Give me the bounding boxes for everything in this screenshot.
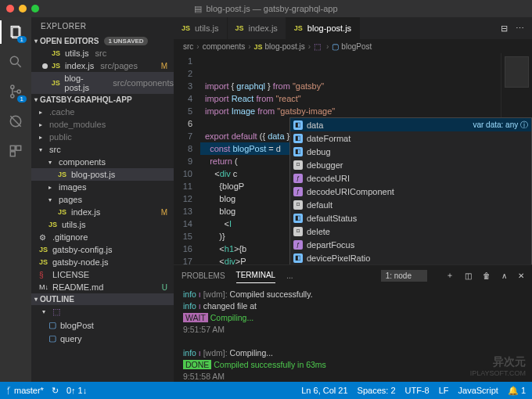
outline-item[interactable]: ▢ blogPost: [31, 318, 174, 332]
suggest-item[interactable]: ◧debug: [290, 145, 531, 158]
js-icon: JS: [294, 24, 304, 32]
gutter: 1234567891011121314151617181920: [174, 53, 200, 264]
breadcrumb-item[interactable]: src: [183, 42, 193, 51]
suggest-item[interactable]: ◧datavar data: any ⓘ: [290, 118, 531, 131]
suggest-widget[interactable]: ◧datavar data: any ⓘ◧dateFormat◧debug⌑de…: [289, 117, 532, 264]
suggest-item[interactable]: ◧devicePixelRatio: [290, 251, 531, 264]
suggest-item[interactable]: ƒdecodeURI: [290, 171, 531, 185]
editor-tabs: JSutils.jsJSindex.jsJSblog-post.js ⊟ ⋯: [174, 17, 532, 39]
suggest-kind-icon: ◧: [293, 147, 303, 156]
breadcrumb-item[interactable]: components: [203, 42, 245, 51]
editor[interactable]: 1234567891011121314151617181920 import {…: [174, 53, 532, 264]
folder-item[interactable]: ▸public: [31, 131, 174, 143]
chevron-down-icon: ▾: [34, 38, 38, 45]
breadcrumb-item[interactable]: ▢blogPost: [332, 42, 372, 51]
file-item[interactable]: ⚙.gitignore: [31, 231, 174, 243]
git-branch[interactable]: ᚶ master*: [6, 386, 44, 395]
kill-terminal-icon[interactable]: 🗑: [483, 271, 491, 280]
open-editor-item[interactable]: JSblog-post.jssrc/components: [31, 72, 174, 94]
file-item[interactable]: M↓README.mdU: [31, 281, 174, 293]
file-item[interactable]: JSgatsby-node.js: [31, 256, 174, 268]
debug-view-icon[interactable]: [7, 113, 24, 130]
cursor-position[interactable]: Ln 6, Col 21: [301, 386, 347, 396]
suggest-kind-icon: ⌑: [293, 227, 303, 236]
js-icon: JS: [39, 246, 49, 253]
explorer-view-icon[interactable]: 1: [7, 23, 24, 41]
suggest-kind-icon: ◧: [293, 253, 303, 263]
outline-item[interactable]: ▢ query: [31, 332, 174, 345]
close-dot[interactable]: [6, 5, 14, 13]
minimize-dot[interactable]: [19, 5, 27, 13]
folder-item[interactable]: ▸node_modules: [31, 118, 174, 131]
sync-icon[interactable]: ↻: [52, 386, 59, 396]
editor-tab[interactable]: JSblog-post.js: [286, 17, 360, 39]
suggest-item[interactable]: ⌑debugger: [290, 158, 531, 171]
maximize-panel-icon[interactable]: ∧: [501, 271, 507, 280]
chevron-right-icon: ›: [248, 42, 250, 51]
file-item[interactable]: JSutils.js: [31, 218, 174, 231]
suggest-item[interactable]: ƒdepartFocus: [290, 238, 531, 251]
eol[interactable]: LF: [439, 386, 449, 396]
file-item[interactable]: JSindex.jsM: [31, 206, 174, 218]
file-item[interactable]: JSblog-post.js: [31, 168, 174, 181]
panel-tab-terminal[interactable]: TERMINAL: [236, 268, 276, 283]
chevron-right-icon: ▸: [39, 109, 45, 116]
code-area[interactable]: import { graphql } from "gatsby"import R…: [200, 53, 501, 264]
problems-status[interactable]: 0↑ 1↓: [66, 386, 87, 395]
panel-tab-more[interactable]: ...: [286, 268, 293, 283]
open-editors-section[interactable]: ▾ OPEN EDITORS 1 UNSAVED: [31, 35, 174, 47]
chevron-right-icon: ›: [308, 42, 311, 51]
folder-item[interactable]: ▾components: [31, 156, 174, 168]
extensions-view-icon[interactable]: [7, 142, 24, 160]
open-editor-item[interactable]: JSutils.jssrc: [31, 47, 174, 59]
zoom-dot[interactable]: [31, 5, 39, 13]
more-icon[interactable]: ⋯: [516, 23, 524, 34]
suggest-kind-icon: ƒ: [293, 187, 303, 196]
folder-item[interactable]: ▸images: [31, 181, 174, 193]
suggest-kind-icon: ⌑: [293, 200, 303, 210]
new-terminal-icon[interactable]: ＋: [446, 270, 454, 281]
close-panel-icon[interactable]: ✕: [518, 271, 524, 280]
watermark: 异次元 IPLAYSOFT.COM: [470, 355, 526, 377]
folder-item[interactable]: ▾pages: [31, 193, 174, 206]
outline-item[interactable]: ▾⬚: [31, 305, 174, 318]
js-icon: JS: [52, 49, 61, 57]
suggest-item[interactable]: ⌑default: [290, 198, 531, 211]
suggest-item[interactable]: ⌑delete: [290, 225, 531, 238]
open-editor-item[interactable]: JSindex.jssrc/pagesM: [31, 59, 174, 72]
split-terminal-icon[interactable]: ◫: [465, 271, 472, 280]
suggest-item[interactable]: ◧defaultStatus: [290, 211, 531, 225]
notifications-icon[interactable]: 🔔 1: [508, 386, 526, 396]
editor-tab[interactable]: JSindex.js: [228, 17, 286, 39]
suggest-item[interactable]: ◧dateFormat: [290, 131, 531, 145]
folder-item[interactable]: ▸.cache: [31, 106, 174, 118]
search-view-icon[interactable]: [7, 53, 24, 70]
breadcrumb-item[interactable]: ⬚: [314, 42, 323, 51]
chevron-right-icon: ›: [196, 42, 199, 51]
encoding[interactable]: UTF-8: [405, 386, 430, 396]
panel-tab-problems[interactable]: PROBLEMS: [182, 268, 225, 283]
compare-icon[interactable]: ⊟: [501, 23, 508, 34]
file-item[interactable]: JSgatsby-config.js: [31, 243, 174, 256]
suggest-kind-icon: ⌑: [293, 160, 303, 170]
js-icon: JS: [182, 24, 191, 32]
breadcrumb-item[interactable]: JSblog-post.js: [254, 42, 305, 51]
js-icon: JS: [39, 258, 49, 266]
outline-section[interactable]: ▾ OUTLINE: [31, 293, 174, 305]
folder-item[interactable]: ▾src: [31, 143, 174, 156]
indentation[interactable]: Spaces: 2: [358, 386, 396, 396]
activity-bar: 1 1: [0, 17, 31, 382]
editor-tab[interactable]: JSutils.js: [174, 17, 228, 39]
sidebar-title: EXPLORER: [31, 17, 174, 35]
breadcrumbs[interactable]: src›components›JSblog-post.js›⬚›▢blogPos…: [174, 39, 532, 53]
file-item[interactable]: §LICENSE: [31, 268, 174, 281]
project-section[interactable]: ▾ GATSBY-GRAPHQL-APP: [31, 94, 174, 106]
chevron-right-icon: ▸: [49, 184, 55, 191]
scm-view-icon[interactable]: 1: [7, 83, 24, 100]
suggest-item[interactable]: ƒdecodeURIComponent: [290, 185, 531, 198]
language-mode[interactable]: JavaScript: [458, 386, 498, 396]
svg-point-5: [11, 95, 14, 98]
terminal-selector[interactable]: 1: node: [381, 270, 427, 282]
svg-point-2: [10, 56, 18, 64]
md-icon: M↓: [39, 283, 49, 291]
